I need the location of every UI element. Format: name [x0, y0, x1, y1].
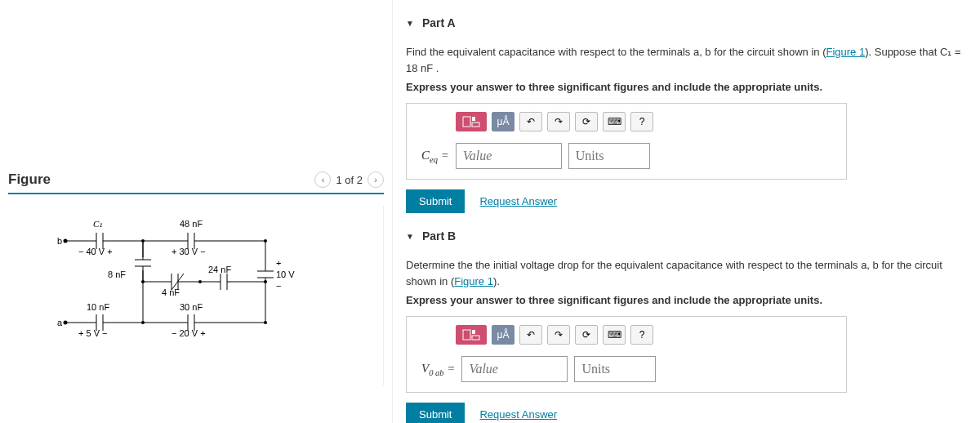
- part-a-title: Part A: [422, 16, 456, 29]
- units-picker-button[interactable]: μÅ: [492, 112, 514, 131]
- units-picker-button-b[interactable]: μÅ: [492, 325, 514, 345]
- part-b-title: Part B: [422, 229, 456, 243]
- reset-button-b[interactable]: ⟳: [575, 325, 598, 345]
- figure-heading: Figure: [8, 171, 51, 188]
- submit-button-a[interactable]: Submit: [406, 189, 465, 213]
- units-input-a[interactable]: [568, 143, 650, 169]
- svg-rect-61: [463, 117, 470, 127]
- answer-box-a: μÅ ↶ ↷ ⟳ ⌨ ? Ceq =: [406, 103, 847, 180]
- pager-prev-button[interactable]: ‹: [314, 171, 331, 188]
- undo-button-b[interactable]: ↶: [519, 325, 542, 345]
- circuit-diagram: .t{font:11px Arial;} .s{font:11px 'Times…: [57, 212, 318, 359]
- redo-button[interactable]: ↷: [547, 112, 570, 131]
- svg-text:C₁: C₁: [93, 219, 102, 229]
- undo-button[interactable]: ↶: [519, 112, 542, 131]
- svg-rect-62: [472, 117, 475, 121]
- svg-rect-64: [463, 330, 470, 340]
- pager-label: 1 of 2: [336, 174, 363, 186]
- request-answer-b[interactable]: Request Answer: [479, 408, 557, 421]
- submit-button-b[interactable]: Submit: [406, 403, 465, 423]
- svg-text:10 V: 10 V: [276, 269, 295, 279]
- svg-point-58: [264, 321, 267, 324]
- svg-rect-63: [472, 122, 479, 127]
- value-input-a[interactable]: [456, 143, 562, 169]
- part-a-instruction: Express your answer to three significant…: [406, 81, 967, 93]
- collapse-part-b-icon[interactable]: ▼: [406, 232, 414, 241]
- var-label-b: V0 ab =: [421, 362, 455, 377]
- figure-panel: .t{font:11px Arial;} .s{font:11px 'Times…: [8, 206, 384, 385]
- value-input-b[interactable]: [461, 356, 568, 382]
- svg-text:30 nF: 30 nF: [180, 302, 203, 312]
- svg-rect-65: [472, 330, 475, 334]
- svg-text:+ 5 V −: + 5 V −: [78, 328, 107, 338]
- svg-text:− 20 V +: − 20 V +: [172, 328, 206, 338]
- reset-button[interactable]: ⟳: [575, 112, 598, 131]
- format-button-b[interactable]: [456, 325, 487, 345]
- collapse-part-a-icon[interactable]: ▼: [406, 19, 414, 28]
- svg-text:a: a: [57, 318, 63, 327]
- keyboard-button[interactable]: ⌨: [603, 112, 626, 131]
- svg-point-44: [264, 280, 267, 283]
- svg-text:b: b: [57, 236, 62, 246]
- answer-box-b: μÅ ↶ ↷ ⟳ ⌨ ? V0 ab =: [406, 316, 847, 393]
- svg-text:10 nF: 10 nF: [87, 302, 109, 312]
- svg-text:48 nF: 48 nF: [180, 219, 203, 229]
- figure-pager: ‹ 1 of 2 ›: [314, 171, 384, 188]
- svg-text:+ 30 V −: + 30 V −: [172, 247, 206, 256]
- svg-text:− 40 V +: − 40 V +: [78, 247, 113, 256]
- redo-button-b[interactable]: ↷: [547, 325, 570, 345]
- svg-rect-66: [472, 336, 479, 340]
- svg-text:+: +: [276, 258, 281, 268]
- svg-text:−: −: [276, 281, 281, 291]
- keyboard-button-b[interactable]: ⌨: [603, 325, 626, 345]
- help-button-b[interactable]: ?: [630, 325, 653, 345]
- units-input-b[interactable]: [574, 356, 656, 382]
- figure-link-a[interactable]: Figure 1: [826, 46, 865, 58]
- svg-text:4 nF: 4 nF: [162, 287, 180, 297]
- part-b-prompt: Determine the the initial voltage drop f…: [406, 257, 967, 289]
- help-button[interactable]: ?: [630, 112, 653, 131]
- svg-text:8 nF: 8 nF: [108, 269, 126, 279]
- part-a-prompt: Find the equivalent capacitance with res…: [406, 44, 967, 76]
- format-button[interactable]: [456, 112, 487, 131]
- part-b-instruction: Express your answer to three significant…: [406, 294, 967, 306]
- var-label-a: Ceq =: [421, 149, 449, 164]
- svg-text:24 nF: 24 nF: [208, 265, 231, 274]
- pager-next-button[interactable]: ›: [368, 171, 384, 188]
- request-answer-a[interactable]: Request Answer: [479, 195, 557, 207]
- figure-link-b[interactable]: Figure 1: [454, 275, 493, 287]
